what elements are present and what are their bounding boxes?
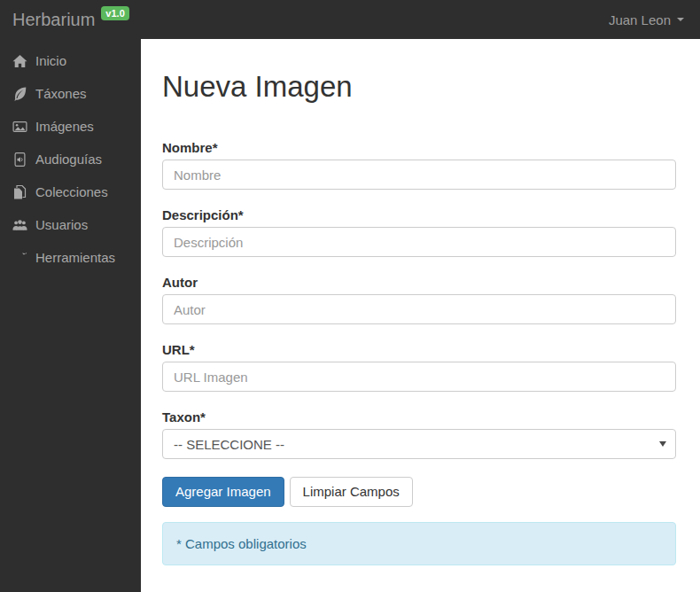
sidebar-item-label: Táxones	[35, 86, 87, 101]
sidebar-item-label: Herramientas	[35, 250, 115, 265]
nueva-imagen-form: Nombre* Descripción* Autor URL* Taxon* -…	[162, 140, 676, 565]
taxon-label: Taxon*	[162, 409, 676, 425]
taxon-select[interactable]: -- SELECCIONE --	[162, 429, 676, 459]
autor-label: Autor	[162, 275, 676, 290]
descripcion-input[interactable]	[162, 227, 676, 257]
page-title: Nueva Imagen	[162, 71, 676, 103]
sidebar-item-usuarios[interactable]: Usuarios	[0, 208, 141, 241]
sidebar-item-colecciones[interactable]: Colecciones	[0, 175, 141, 208]
copy-icon	[12, 185, 27, 199]
sidebar: Inicio Táxones Imágenes Audioguías Colec…	[0, 39, 141, 592]
sidebar-item-label: Audioguías	[35, 152, 102, 167]
descripcion-label: Descripción*	[162, 207, 676, 222]
sidebar-item-audioguias[interactable]: Audioguías	[0, 143, 141, 175]
sidebar-item-inicio[interactable]: Inicio	[0, 44, 141, 77]
autor-input[interactable]	[162, 294, 676, 324]
brand-link[interactable]: Herbarium v1.0	[12, 9, 129, 30]
audio-file-icon	[12, 152, 27, 167]
sidebar-item-imagenes[interactable]: Imágenes	[0, 110, 141, 143]
leaf-icon	[12, 87, 27, 101]
required-fields-alert: * Campos obligatorios	[162, 522, 676, 565]
nombre-label: Nombre*	[162, 140, 676, 155]
user-dropdown[interactable]: Juan Leon	[609, 12, 684, 27]
top-navbar: Herbarium v1.0 Juan Leon	[0, 0, 700, 39]
limpiar-campos-button[interactable]: Limpiar Campos	[290, 477, 413, 507]
sidebar-item-label: Usuarios	[35, 217, 88, 232]
sidebar-item-label: Imágenes	[35, 119, 94, 134]
user-name: Juan Leon	[609, 12, 671, 27]
nombre-input[interactable]	[162, 160, 676, 190]
version-badge: v1.0	[101, 6, 128, 20]
caret-down-icon	[677, 18, 684, 21]
home-icon	[12, 54, 27, 68]
form-group-nombre: Nombre*	[162, 140, 676, 190]
wrench-icon	[12, 251, 27, 265]
form-group-taxon: Taxon* -- SELECCIONE --	[162, 409, 676, 459]
sidebar-item-taxones[interactable]: Táxones	[0, 77, 141, 110]
url-label: URL*	[162, 342, 676, 357]
sidebar-item-label: Inicio	[35, 53, 66, 68]
users-icon	[12, 218, 27, 232]
sidebar-item-herramientas[interactable]: Herramientas	[0, 241, 141, 274]
taxon-select-wrap: -- SELECCIONE --	[162, 429, 676, 459]
brand-text: Herbarium	[12, 9, 95, 30]
required-fields-text: * Campos obligatorios	[176, 536, 307, 551]
form-group-autor: Autor	[162, 275, 676, 324]
agregar-imagen-button[interactable]: Agregar Imagen	[162, 477, 284, 507]
button-row: Agregar Imagen Limpiar Campos	[162, 477, 676, 507]
sidebar-item-label: Colecciones	[35, 184, 108, 199]
image-icon	[12, 120, 27, 134]
main-content: Nueva Imagen Nombre* Descripción* Autor …	[141, 39, 700, 592]
form-group-url: URL*	[162, 342, 676, 392]
url-input[interactable]	[162, 362, 676, 392]
form-group-descripcion: Descripción*	[162, 207, 676, 257]
